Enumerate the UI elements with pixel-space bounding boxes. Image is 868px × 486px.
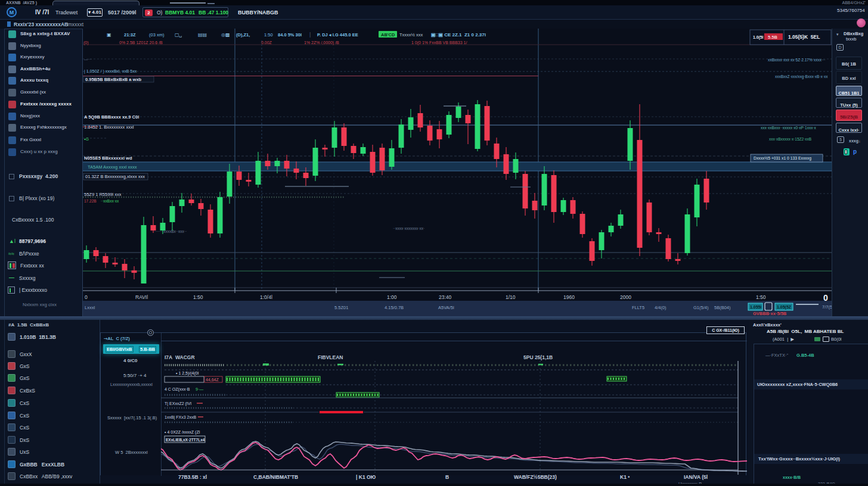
svg-text:P. DJ ◂ I.G 445.0 EE: P. DJ ◂ I.G 445.0 EE (317, 32, 358, 38)
svg-text:1.8452 1. Bxxxxxxxx xxxl: 1.8452 1. Bxxxxxxxx xxxl (84, 124, 134, 130)
svg-text:0: 0 (85, 294, 88, 300)
svg-text:EXxLIEB,xX·2TT7Lx4: EXxLIEB,xX·2TT7Lx4 (166, 438, 205, 443)
svg-text:T| EXxxZ2 (IVl: T| EXxxZ2 (IVl (165, 401, 191, 406)
svg-text:| 1,050Z / ) xxxxBxl,·xxB 5xx: | 1,050Z / ) xxxxBxl,·xxB 5xx (84, 69, 137, 74)
svg-text:5.5B: 5.5B (768, 35, 777, 40)
svg-text:RAVIl: RAVIl (135, 294, 148, 300)
svg-text:A5VA/5l: A5VA/5l (438, 305, 454, 310)
svg-text:1 0(0 1% FxxBB VB BBB33 1/: 1 0(0 1% FxxBB VB BBB33 1/ (411, 40, 467, 45)
svg-text:0.95B5B BBxBxBxB a wxb: 0.95B5B BBxBxBxB a wxb (85, 77, 142, 82)
svg-text:1xxB| FXx3 2xxB: 1xxB| FXx3 2xxB (165, 415, 197, 420)
svg-text:(0): (0) (83, 40, 89, 45)
svg-text:(D),Z1,: (D),Z1, (236, 32, 250, 38)
svg-text:0% 2.5B 1Z01Z 20.6 /B: 0% 2.5B 1Z01Z 20.6 /B (119, 40, 163, 45)
svg-text:1% 2Z% /,0000) /B: 1% 2Z% /,0000) /B (304, 40, 339, 45)
svg-text:I7A WACGR: I7A WACGR (165, 354, 195, 360)
svg-text:1/10: 1/10 (506, 294, 516, 300)
svg-text:1:0/4l: 1:0/4l (260, 294, 272, 300)
svg-text:N05SE5 BBxxxxxxl wd: N05SE5 BBxxxxxxl wd (84, 155, 132, 161)
svg-text:4 C OZ(xxx·B: 4 C OZ(xxx·B (165, 387, 190, 392)
svg-text:01.32Z B Bxxxxxxxg,xlxxx xxx: 01.32Z B Bxxxxxxxg,xlxxx xxx (85, 174, 145, 179)
svg-text:1:50: 1:50 (264, 32, 273, 38)
svg-text:GVBBB·xx·5/5B: GVBBB·xx·5/5B (753, 311, 787, 316)
svg-text:AB'CD: AB'CD (381, 32, 395, 38)
svg-text:▣: ▣ (107, 32, 111, 38)
svg-text:2000: 2000 (620, 294, 631, 300)
svg-text:xxBxxxx·xxx·xx·5Z·2.17%·xxxx··: xxBxxxx·xxx·xx·5Z·2.17%·xxxx··· (768, 58, 825, 62)
svg-text:4.15/0.7B: 4.15/0.7B (385, 305, 404, 310)
svg-text:5PU 25(1,1B: 5PU 25(1,1B (523, 354, 553, 360)
svg-text:··xxxx·xxxxxxx·xx·: ··xxxx·xxxxxxx·xx· (393, 226, 424, 230)
svg-text:9·—: 9·— (196, 387, 203, 391)
svg-text:1.0(5l: 1.0(5l (753, 35, 763, 40)
svg-text:xxxBxxZ·xxx/xxg·Bxxx·xB·x·xx: xxxBxxZ·xxx/xxg·Bxxx·xB·x·xx (775, 74, 828, 79)
svg-text:17.22B: 17.22B (84, 199, 97, 203)
svg-text:55Z9 1 R5599l xxx: 55Z9 1 R5599l xxx (84, 192, 122, 197)
svg-text:Txxxx½ xxx: Txxxx½ xxx (399, 32, 423, 38)
svg-text:▢␣: ▢␣ (175, 32, 182, 38)
svg-text:---···: ---··· (84, 57, 92, 61)
svg-text:5.5Z01: 5.5Z01 (334, 305, 348, 310)
svg-text:▣□▣ CE 2Z.1 Z1 0 2.37l: ▣□▣ CE 2Z.1 Z1 0 2.37l (431, 32, 486, 38)
svg-text:1:00: 1:00 (387, 294, 397, 300)
svg-text:84.0 5% 30l: 84.0 5% 30l (278, 32, 302, 38)
svg-text:•G: •G (84, 137, 89, 141)
svg-text:1.05(5)K 5EL: 1.05(5)K 5EL (788, 34, 820, 40)
svg-text:5B(B04): 5B(B04) (714, 305, 731, 310)
svg-text:0.00Z: 0.00Z (261, 40, 272, 45)
svg-text:(03 xm): (03 xm) (149, 32, 165, 38)
svg-text:G1(5/4): G1(5/4) (693, 305, 709, 310)
svg-text:1960: 1960 (563, 294, 575, 300)
svg-text:21:3Z: 21:3Z (124, 32, 136, 38)
svg-text:• 4 0X2Z /xxxxZ (Zl: • 4 0X2Z /xxxxZ (Zl (165, 430, 200, 435)
svg-text:1:50: 1:50 (193, 294, 203, 300)
svg-text:FLLT5: FLLT5 (632, 305, 644, 310)
svg-text:▤▤: ▤▤ (198, 32, 207, 38)
svg-text:23:40: 23:40 (439, 294, 452, 300)
svg-text:xxx·xxBxxx··xxxxx·x0·xP·1xxx·x: xxx·xxBxxx··xxxxx·x0·xP·1xxx·x (761, 126, 817, 130)
svg-text:··xxBxx·xx: ··xxBxx·xx (101, 199, 119, 203)
svg-text:44,64Z: 44,64Z (206, 378, 219, 382)
svg-text:xxx·xBxxxxx·x·15Z2·xxB: xxx·xBxxxxx·x·15Z2·xxB (769, 137, 811, 141)
svg-text:7/7(5: 7/7(5 (822, 304, 832, 310)
svg-text:1.055l: 1.055l (750, 305, 762, 309)
svg-text:FIBVLEAN: FIBVLEAN (318, 354, 343, 360)
svg-text:• 1 2,5)/(4(0l: • 1 2,5)/(4(0l (176, 371, 199, 376)
svg-text:1.05(5Z: 1.05(5Z (777, 305, 792, 310)
svg-text:A 5Q9B BBBxxxx xx.9 C0l: A 5Q9B BBBxxxx xx.9 C0l (84, 114, 139, 120)
svg-text:|: | (309, 32, 311, 38)
svg-text:◎▩: ◎▩ (221, 32, 230, 38)
svg-text:Lxxxl: Lxxxl (85, 305, 95, 310)
svg-text:Dxxxx½5 +031 x1 0 133 Exxxxg: Dxxxx½5 +031 x1 0 133 Exxxxg (754, 156, 811, 161)
svg-text:1:50: 1:50 (756, 294, 766, 300)
svg-text:TA5AM Axxxxg xxxl xxxx: TA5AM Axxxxg xxxl xxxx (88, 164, 137, 170)
svg-text:·······xxxxBx··xxx··: ·······xxxxBx··xxx·· (154, 229, 187, 233)
svg-text:4/4(0): 4/4(0) (655, 305, 666, 310)
